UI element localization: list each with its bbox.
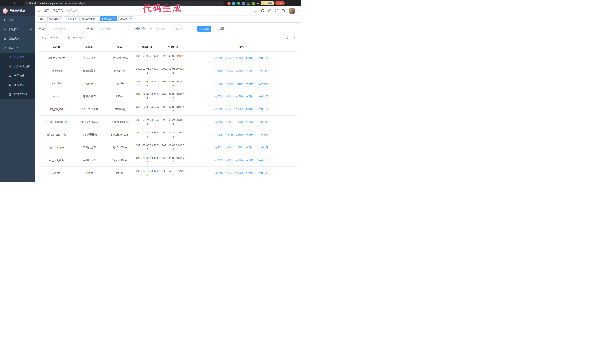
tab-home[interactable]: 首页 xyxy=(38,16,46,21)
bookmark-star-icon[interactable]: ☆ xyxy=(219,2,222,5)
sidebar-item-api[interactable]: ⇆ 系统接口 xyxy=(0,80,35,90)
extension-icon[interactable] xyxy=(247,2,250,5)
font-size-icon[interactable]: TT xyxy=(282,9,285,12)
sidebar-item-codegen[interactable]: </> 代码生成 xyxy=(0,52,35,62)
close-icon[interactable]: × xyxy=(130,18,131,20)
fullscreen-icon[interactable] xyxy=(275,9,278,12)
preview-link[interactable]: ◎预览 xyxy=(215,146,223,150)
edit-link[interactable]: ✎编辑 xyxy=(226,56,233,60)
user-avatar[interactable] xyxy=(289,8,294,13)
table-desc-input[interactable] xyxy=(97,26,132,32)
preview-link[interactable]: ◎预览 xyxy=(215,82,223,86)
sidebar-item-devtools[interactable]: ⚒ 研发工具 xyxy=(0,43,35,52)
edit-link[interactable]: ✎编辑 xyxy=(226,158,233,162)
extensions-puzzle-icon[interactable] xyxy=(256,2,259,5)
edit-link[interactable]: ✎编辑 xyxy=(226,69,233,73)
refresh-button[interactable]: ↻ xyxy=(292,35,297,40)
tab-codegen-demo[interactable]: 代码生成示例 × xyxy=(79,16,99,21)
sidebar-item-system[interactable]: ⚙ 系统管理 xyxy=(0,25,35,34)
delete-link[interactable]: ⊟删除 xyxy=(236,171,243,175)
edit-link[interactable]: ✎编辑 xyxy=(226,146,233,150)
delete-link[interactable]: ⊟删除 xyxy=(236,107,243,111)
back-icon[interactable]: ← xyxy=(2,2,6,5)
tab-tracing[interactable]: 链路追踪 × xyxy=(47,16,62,21)
preview-link[interactable]: ◎预览 xyxy=(215,171,223,175)
toggle-search-button[interactable] xyxy=(284,35,290,40)
sync-link[interactable]: ↻同步 xyxy=(246,82,253,86)
profile-paused-chip[interactable]: 已暂停 xyxy=(261,1,274,5)
generate-code-link[interactable]: ↧生成代码 xyxy=(256,69,268,73)
preview-link[interactable]: ◎预览 xyxy=(215,69,223,73)
preview-link[interactable]: ◎预览 xyxy=(215,133,223,137)
preview-link[interactable]: ◎预览 xyxy=(215,120,223,124)
kebab-menu-icon[interactable]: ⋮ xyxy=(286,2,290,5)
forward-icon[interactable]: → xyxy=(7,2,12,5)
reset-button[interactable]: ↻ 重置 xyxy=(213,26,227,32)
sidebar-item-form-builder[interactable]: ⊞ 表单构建 xyxy=(0,71,35,80)
tab-codegen[interactable]: 代码生成 × xyxy=(100,16,118,21)
sidebar-item-db-doc[interactable]: ▦ 数据库文档 xyxy=(0,90,35,99)
sync-link[interactable]: ↻同步 xyxy=(246,94,253,98)
edit-link[interactable]: ✎编辑 xyxy=(226,107,233,111)
extension-icon[interactable] xyxy=(227,2,231,5)
edit-link[interactable]: ✎编辑 xyxy=(226,94,233,98)
github-icon[interactable] xyxy=(261,9,264,12)
sync-link[interactable]: ↻同步 xyxy=(246,133,253,137)
delete-link[interactable]: ⊟删除 xyxy=(236,120,243,124)
edit-link[interactable]: ✎编辑 xyxy=(226,133,233,137)
start-date-input[interactable] xyxy=(152,27,169,30)
preview-link[interactable]: ◎预览 xyxy=(215,94,223,98)
reload-icon[interactable]: ↻ xyxy=(13,1,17,5)
delete-link[interactable]: ⊟删除 xyxy=(236,69,243,73)
preview-link[interactable]: ◎预览 xyxy=(215,158,223,162)
generate-code-link[interactable]: ↧生成代码 xyxy=(256,146,268,150)
delete-link[interactable]: ⊟删除 xyxy=(236,133,243,137)
delete-link[interactable]: ⊟删除 xyxy=(236,56,243,60)
tab-form-builder[interactable]: 表单构建 × xyxy=(64,16,78,21)
search-icon[interactable] xyxy=(255,10,257,12)
breadcrumb-devtools[interactable]: 研发工具 xyxy=(53,9,63,12)
sync-link[interactable]: ↻同步 xyxy=(246,69,253,73)
generate-code-link[interactable]: ↧生成代码 xyxy=(256,158,268,162)
chevron-down-icon[interactable] xyxy=(297,10,298,11)
search-button[interactable]: 搜索 xyxy=(197,26,211,32)
extension-icon[interactable] xyxy=(232,2,236,5)
generate-code-link[interactable]: ↧生成代码 xyxy=(256,120,268,124)
delete-link[interactable]: ⊟删除 xyxy=(236,146,243,150)
generate-code-link[interactable]: ↧生成代码 xyxy=(256,94,268,98)
edit-link[interactable]: ✎编辑 xyxy=(226,120,233,124)
generate-code-link[interactable]: ↧生成代码 xyxy=(256,171,268,175)
extension-icon[interactable] xyxy=(242,2,245,5)
delete-link[interactable]: ⊟删除 xyxy=(236,82,243,86)
home-icon[interactable]: ⌂ xyxy=(19,2,23,5)
sync-link[interactable]: ↻同步 xyxy=(246,107,253,111)
tab-api[interactable]: 系统接口 × xyxy=(118,16,133,21)
table-name-input[interactable] xyxy=(49,26,84,32)
close-icon[interactable]: × xyxy=(59,18,61,20)
delete-link[interactable]: ⊟删除 xyxy=(236,158,243,162)
url-bar[interactable]: ⚠ 不安全 dashboard.yudao.iocoder.cn /tool/c… xyxy=(24,1,224,6)
extension-icon[interactable]: V xyxy=(237,2,240,5)
sync-link[interactable]: ↻同步 xyxy=(246,146,253,150)
sidebar-toggle-icon[interactable]: ≡ xyxy=(35,9,43,13)
edit-link[interactable]: ✎编辑 xyxy=(226,171,233,175)
delete-link[interactable]: ⊟删除 xyxy=(236,94,243,98)
generate-code-link[interactable]: ↧生成代码 xyxy=(256,107,268,111)
import-sql-button[interactable]: ↥ 基于 SQL 导入 xyxy=(62,35,85,40)
generate-code-link[interactable]: ↧生成代码 xyxy=(256,82,268,86)
sidebar-item-infra[interactable]: ▤ 基础设施 xyxy=(0,34,35,43)
end-date-input[interactable] xyxy=(170,27,186,30)
sync-link[interactable]: ↻同步 xyxy=(246,56,253,60)
chrome-update-button[interactable]: 更新 xyxy=(275,1,285,5)
import-db-button[interactable]: ↥ 基于 DB 导入 xyxy=(39,35,60,40)
sync-link[interactable]: ↻同步 xyxy=(246,158,253,162)
close-icon[interactable]: × xyxy=(96,18,97,20)
sidebar-item-codegen-demo[interactable]: ◈ 代码生成示例 xyxy=(0,62,35,71)
close-icon[interactable]: × xyxy=(114,18,116,20)
help-icon[interactable]: ? xyxy=(268,9,271,12)
generate-code-link[interactable]: ↧生成代码 xyxy=(256,56,268,60)
close-icon[interactable]: × xyxy=(75,18,77,20)
sync-link[interactable]: ↻同步 xyxy=(246,120,253,124)
preview-link[interactable]: ◎预览 xyxy=(215,107,223,111)
generate-code-link[interactable]: ↧生成代码 xyxy=(256,133,268,137)
